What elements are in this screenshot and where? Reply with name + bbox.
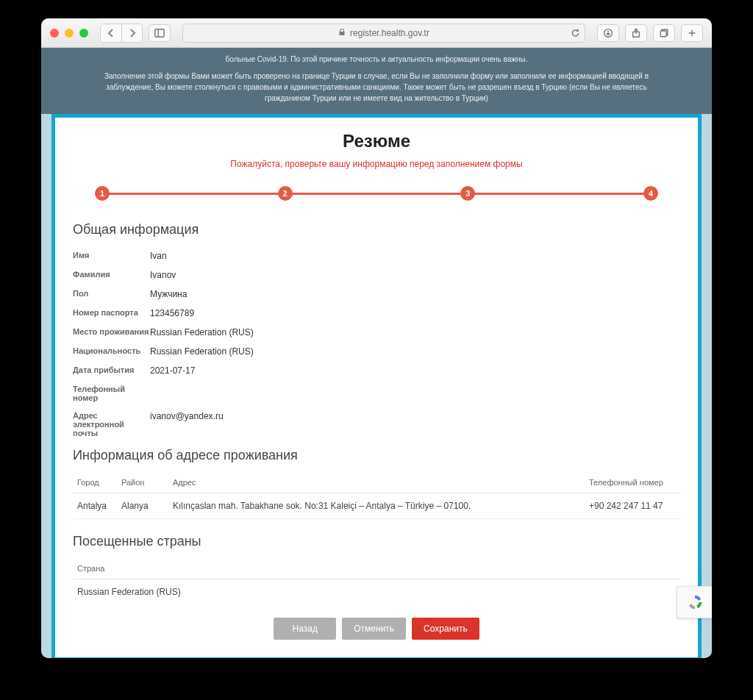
label-nationality: Национальность — [73, 346, 150, 355]
lock-icon — [338, 28, 346, 38]
value-passport: 123456789 — [150, 308, 680, 318]
address-bar[interactable]: register.health.gov.tr — [182, 24, 585, 43]
col-city: Город — [73, 472, 117, 493]
tabs-button[interactable] — [653, 24, 675, 42]
row-sex: Пол Мужчина — [73, 285, 680, 304]
row-residence: Место проживания Russian Federation (RUS… — [73, 323, 680, 342]
visited-table: Страна Russian Federation (RUS) — [73, 558, 680, 604]
summary-card: Резюме Пожалуйста, проверьте вашу информ… — [51, 114, 702, 658]
row-name: Имя Ivan — [73, 246, 680, 265]
col-phone: Телефонный номер — [585, 472, 680, 493]
progress-stepper: 1 2 3 4 — [102, 185, 651, 201]
row-arrival: Дата прибытия 2021-07-17 — [73, 361, 680, 380]
label-passport: Номер паспорта — [73, 308, 150, 317]
browser-window: register.health.gov.tr больные Covid-19.… — [41, 18, 712, 658]
downloads-button[interactable] — [597, 24, 619, 42]
stepper-line — [102, 193, 651, 195]
toolbar-right — [597, 24, 703, 42]
page-viewport: больные Covid-19. По этой причине точнос… — [41, 48, 712, 658]
table-row: Antalya Alanya Kılınçaslan mah. Tabakhan… — [73, 493, 680, 519]
back-button-form[interactable]: Назад — [274, 618, 336, 640]
cell-address: Kılınçaslan mah. Tabakhane sok. No:31 Ka… — [168, 493, 585, 519]
back-button[interactable] — [101, 24, 121, 42]
row-passport: Номер паспорта 123456789 — [73, 304, 680, 323]
value-arrival: 2021-07-17 — [150, 365, 680, 376]
section-address-title: Информация об адресе проживания — [73, 448, 680, 463]
value-surname: Ivanov — [150, 270, 680, 280]
window-controls — [50, 29, 88, 38]
step-2[interactable]: 2 — [278, 186, 293, 201]
address-table: Город Район Адрес Телефонный номер Antal… — [73, 472, 680, 519]
minimize-window-button[interactable] — [65, 29, 74, 38]
browser-titlebar: register.health.gov.tr — [41, 18, 712, 48]
page-subtitle: Пожалуйста, проверьте вашу информацию пе… — [73, 159, 680, 169]
label-email: Адрес электронной почты — [73, 411, 150, 438]
new-tab-button[interactable] — [681, 24, 703, 42]
col-district: Район — [117, 472, 168, 493]
sidebar-toggle-button[interactable] — [149, 24, 171, 42]
value-residence: Russian Federation (RUS) — [150, 327, 680, 338]
label-surname: Фамилия — [73, 270, 150, 279]
banner-line-1: больные Covid-19. По этой причине точнос… — [85, 54, 668, 65]
step-4[interactable]: 4 — [643, 186, 658, 201]
recaptcha-icon — [687, 594, 703, 610]
cancel-button[interactable]: Отменить — [342, 618, 406, 640]
section-general-title: Общая информация — [73, 222, 680, 238]
cell-district: Alanya — [117, 493, 168, 519]
cell-phone: +90 242 247 11 47 — [585, 493, 680, 519]
row-nationality: Национальность Russian Federation (RUS) — [73, 342, 680, 361]
label-name: Имя — [73, 251, 150, 260]
svg-rect-0 — [155, 29, 164, 37]
info-banner: больные Covid-19. По этой причине точнос… — [41, 48, 712, 114]
value-name: Ivan — [150, 251, 680, 261]
svg-rect-6 — [660, 30, 666, 36]
table-row: Russian Federation (RUS) — [73, 579, 680, 605]
step-1[interactable]: 1 — [95, 186, 110, 201]
value-sex: Мужчина — [150, 289, 680, 299]
label-sex: Пол — [73, 289, 150, 298]
share-button[interactable] — [625, 24, 647, 42]
cell-country: Russian Federation (RUS) — [73, 579, 680, 605]
page-title: Резюме — [73, 131, 680, 151]
save-button[interactable]: Сохранить — [412, 618, 479, 640]
banner-line-2: Заполнение этой формы Вами может быть пр… — [85, 71, 668, 104]
value-email: ivanov@yandex.ru — [150, 411, 680, 421]
close-window-button[interactable] — [50, 29, 59, 38]
label-residence: Место проживания — [73, 327, 150, 336]
recaptcha-badge[interactable] — [677, 586, 712, 618]
url-host: register.health.gov.tr — [350, 28, 429, 38]
nav-buttons — [100, 24, 143, 43]
action-buttons: Назад Отменить Сохранить — [73, 618, 680, 640]
col-address: Адрес — [168, 472, 585, 493]
col-country: Страна — [73, 558, 680, 579]
value-nationality: Russian Federation (RUS) — [150, 346, 680, 357]
reload-button[interactable] — [571, 28, 580, 38]
zoom-window-button[interactable] — [79, 29, 88, 38]
step-3[interactable]: 3 — [460, 186, 475, 201]
row-phone: Телефонный номер — [73, 380, 680, 407]
label-phone: Телефонный номер — [73, 385, 150, 402]
section-visited-title: Посещенные страны — [73, 534, 680, 549]
row-email: Адрес электронной почты ivanov@yandex.ru — [73, 407, 680, 442]
cell-city: Antalya — [73, 493, 117, 519]
row-surname: Фамилия Ivanov — [73, 265, 680, 285]
label-arrival: Дата прибытия — [73, 365, 150, 374]
forward-button[interactable] — [121, 24, 142, 42]
